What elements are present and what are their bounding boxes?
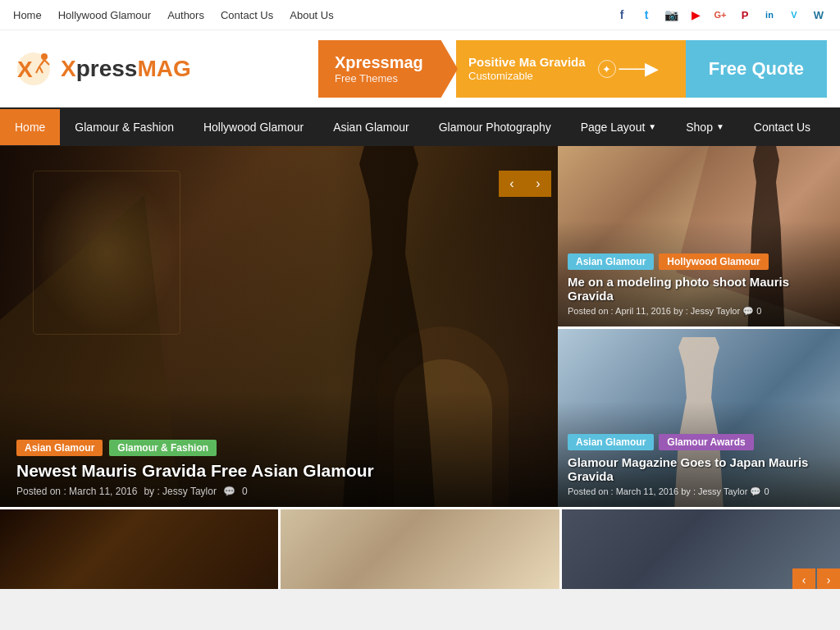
top-navigation: Home Hollywood Glamour Authors Contact U… [0, 0, 840, 30]
nav-item-glamour-photography[interactable]: Glamour Photography [424, 109, 566, 145]
article-card-1[interactable]: Asian Glamour Hollywood Glamour Me on a … [558, 146, 840, 326]
article-card-2[interactable]: Asian Glamour Glamour Awards Glamour Mag… [558, 326, 840, 507]
hero-content-overlay: Asian Glamour Glamour & Fashion Newest M… [0, 390, 558, 507]
googleplus-icon[interactable]: G+ [712, 7, 728, 23]
nav-about-us[interactable]: About Us [290, 9, 333, 21]
nav-authors[interactable]: Authors [167, 9, 204, 21]
carousel-next-button[interactable]: › [817, 568, 840, 589]
article-2-meta: Posted on : March 11, 2016 by : Jessy Ta… [568, 486, 830, 497]
social-links: f t 📷 ▶ G+ P in V W [614, 7, 827, 23]
ad-brand-sub: Free Themes [335, 72, 398, 84]
shop-dropdown-arrow: ▼ [716, 122, 724, 131]
bottom-thumb-2[interactable] [278, 509, 559, 589]
article-2-comment-icon: 💬 [750, 486, 764, 496]
article-1-tag-asian[interactable]: Asian Glamour [568, 253, 654, 270]
page-layout-dropdown-arrow: ▼ [648, 122, 656, 131]
carousel-prev-button[interactable]: ‹ [792, 568, 815, 589]
hero-title: Newest Mauris Gravida Free Asian Glamour [16, 461, 509, 481]
article-2-by: by : Jessy Taylor [681, 486, 747, 496]
bottom-thumb-1[interactable] [0, 509, 278, 589]
logo-icon: X [13, 48, 54, 89]
article-1-posted-on: Posted on : April 11, 2016 [568, 306, 671, 316]
main-navigation: Home Glamour & Fashion Hollywood Glamour… [0, 107, 840, 146]
nav-item-page-layout[interactable]: Page Layout ▼ [566, 109, 672, 145]
nav-item-glamour-fashion[interactable]: Glamour & Fashion [60, 109, 189, 145]
logo-text: XpressMAG [61, 56, 191, 82]
hero-meta: Posted on : March 11, 2016 by : Jessy Ta… [16, 486, 541, 497]
nav-item-hollywood-glamour[interactable]: Hollywood Glamour [189, 109, 318, 145]
hero-comment-count: 0 [242, 486, 248, 497]
twitter-icon[interactable]: t [638, 7, 655, 23]
hero-posted-on: Posted on : March 11, 2016 [16, 486, 137, 497]
article-1-comment-icon: 💬 [742, 306, 756, 316]
article-2-tags: Asian Glamour Glamour Awards [568, 434, 830, 450]
nav-item-shop[interactable]: Shop ▼ [671, 109, 739, 145]
ad-text: Positive Ma Gravida Customizable [468, 54, 586, 84]
hero-section: ‹ › Asian Glamour Glamour & Fashion Newe… [0, 146, 558, 507]
hero-next-button[interactable]: › [525, 171, 551, 197]
article-2-tag-asian[interactable]: Asian Glamour [568, 434, 654, 450]
article-1-title: Me on a modeling photo shoot Mauris Grav… [568, 275, 830, 303]
ad-text-block: Positive Ma Gravida Customizable ✦ ──▶ [456, 40, 686, 98]
ad-brand-name: Xpressmag [335, 53, 423, 72]
article-1-tag-hollywood[interactable]: Hollywood Glamour [659, 253, 768, 270]
banner-section: X XpressMAG Xpressmag Free Themes Positi… [0, 30, 840, 107]
linkedin-icon[interactable]: in [761, 7, 778, 23]
hero-tags: Asian Glamour Glamour & Fashion [16, 440, 541, 456]
right-articles: Asian Glamour Hollywood Glamour Me on a … [558, 146, 840, 507]
free-quote-button[interactable]: Free Quote [686, 40, 827, 98]
article-2-overlay: Asian Glamour Glamour Awards Glamour Mag… [558, 401, 840, 507]
facebook-icon[interactable]: f [614, 7, 630, 23]
svg-text:X: X [17, 57, 33, 82]
article-2-posted-on: Posted on : March 11, 2016 [568, 486, 678, 496]
nav-home[interactable]: Home [13, 9, 42, 21]
carousel-nav: ‹ › [792, 568, 840, 589]
ad-arrow-decoration: ✦ ──▶ [598, 58, 659, 80]
hero-window [33, 171, 180, 335]
site-logo[interactable]: X XpressMAG [13, 48, 191, 89]
nav-item-asian-glamour[interactable]: Asian Glamour [318, 109, 424, 145]
youtube-icon[interactable]: ▶ [687, 7, 704, 23]
article-2-title: Glamour Magazine Goes to Japan Mauris Gr… [568, 455, 830, 483]
ad-text-line1: Positive Ma Gravida [468, 54, 586, 71]
article-1-meta: Posted on : April 11, 2016 by : Jessy Ta… [568, 306, 830, 317]
bottom-thumbnails: ‹ › [0, 507, 840, 589]
svg-point-2 [41, 53, 48, 60]
pinterest-icon[interactable]: P [737, 7, 753, 23]
content-area: ‹ › Asian Glamour Glamour & Fashion Newe… [0, 146, 840, 507]
hero-prev-button[interactable]: ‹ [499, 171, 525, 197]
ad-brand-block: Xpressmag Free Themes [318, 40, 458, 98]
nav-item-contact-us[interactable]: Contact Us [739, 109, 825, 145]
article-1-comments: 0 [756, 306, 761, 316]
wordpress-icon[interactable]: W [810, 7, 827, 23]
ad-text-line2: Customizable [468, 70, 586, 84]
article-2-comments: 0 [764, 486, 769, 496]
nav-hollywood-glamour[interactable]: Hollywood Glamour [58, 9, 151, 21]
search-icon[interactable]: 🔍 [825, 107, 840, 146]
article-1-tags: Asian Glamour Hollywood Glamour [568, 253, 830, 270]
advertisement-banner: Xpressmag Free Themes Positive Ma Gravid… [318, 40, 827, 98]
article-1-overlay: Asian Glamour Hollywood Glamour Me on a … [558, 221, 840, 326]
vimeo-icon[interactable]: V [786, 7, 802, 23]
comment-icon: 💬 [223, 486, 235, 497]
hero-author: by : Jessy Taylor [144, 486, 216, 497]
article-1-by: by : Jessy Taylor [673, 306, 740, 316]
hero-tag-glamour-fashion[interactable]: Glamour & Fashion [109, 440, 217, 456]
bottom-thumb-3[interactable]: ‹ › [559, 509, 840, 589]
nav-item-home[interactable]: Home [0, 109, 60, 145]
article-2-tag-awards[interactable]: Glamour Awards [659, 434, 753, 450]
nav-contact-us[interactable]: Contact Us [221, 9, 273, 21]
top-nav-links: Home Hollywood Glamour Authors Contact U… [13, 9, 334, 21]
instagram-icon[interactable]: 📷 [663, 7, 679, 23]
hero-tag-asian-glamour[interactable]: Asian Glamour [16, 440, 103, 456]
